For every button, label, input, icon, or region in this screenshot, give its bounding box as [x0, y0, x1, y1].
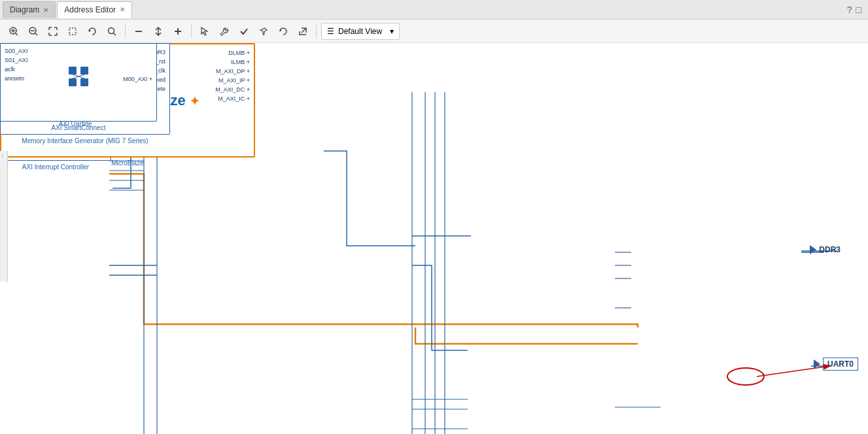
microblaze-title: MicroBlaze — [1, 159, 254, 167]
zoom-out-button[interactable] — [25, 23, 42, 40]
svg-point-49 — [727, 368, 764, 385]
split-button[interactable] — [150, 23, 167, 40]
microblaze-port-m-axi-dp: M_AXI_DP + — [215, 67, 250, 76]
microblaze-port-dlmb: DLMB + — [215, 48, 250, 58]
export-button[interactable] — [294, 23, 311, 40]
diagram-canvas: s_axi_aclk s_axi_aresetn interrupt AXI T… — [0, 43, 868, 434]
svg-point-9 — [109, 27, 114, 33]
toolbar: ☰ Default View ▾ — [0, 20, 868, 43]
search-button[interactable] — [103, 23, 120, 40]
smartconnect-title: AXI SmartConnect — [1, 124, 156, 131]
svg-line-19 — [302, 28, 306, 33]
tab-diagram-label: Diagram — [10, 5, 39, 14]
sep3 — [316, 25, 317, 38]
ddr3-arrow-icon — [810, 245, 816, 254]
microblaze-port-m-axi-ip: M_AXI_IP + — [215, 76, 250, 85]
remove-button[interactable] — [130, 23, 147, 40]
svg-line-3 — [16, 33, 18, 35]
svg-marker-8 — [89, 29, 91, 32]
rotate-button[interactable] — [84, 23, 101, 40]
fit-button[interactable] — [44, 23, 61, 40]
zoom-in-button[interactable] — [5, 23, 22, 40]
view-dropdown-label: Default View — [338, 27, 382, 36]
pointer-button[interactable] — [196, 23, 213, 40]
uart0-arrow-icon — [814, 359, 820, 369]
uart0-label: UART0 — [823, 358, 858, 371]
tab-address-editor-close[interactable]: ✕ — [120, 6, 125, 13]
smartconnect-crossbar-icon — [65, 63, 92, 96]
svg-rect-52 — [69, 78, 77, 86]
microblaze-port-m-axi-ic: M_AXI_IC + — [215, 94, 250, 103]
ddr3-port: DDR3 — [810, 245, 841, 254]
tab-address-editor-label: Address Editor — [64, 5, 116, 14]
microblaze-port-ilmb: ILMB + — [215, 58, 250, 67]
tab-address-editor[interactable]: Address Editor ✕ — [57, 1, 132, 18]
smartconnect-block[interactable]: smartconnect_0 S00_AXI S01_AXI aclk ares… — [0, 43, 157, 122]
help-icon[interactable]: ? — [847, 5, 852, 15]
view-dropdown[interactable]: ☰ Default View ▾ — [321, 23, 400, 40]
uart0-port: UART0 — [814, 358, 858, 371]
maximize-icon[interactable]: □ — [856, 5, 861, 15]
view-dropdown-chevron: ▾ — [390, 27, 394, 36]
svg-rect-53 — [80, 78, 88, 86]
svg-marker-16 — [201, 27, 207, 35]
add-button[interactable] — [169, 23, 186, 40]
refresh-button[interactable] — [275, 23, 292, 40]
svg-line-6 — [35, 33, 37, 35]
tab-bar-right: ? □ — [847, 5, 865, 15]
left-edge-label: ... — [1, 154, 7, 158]
pin-button[interactable] — [255, 23, 272, 40]
svg-rect-50 — [69, 67, 77, 75]
wrench-button[interactable] — [216, 23, 233, 40]
sep2 — [191, 25, 192, 38]
select-button[interactable] — [64, 23, 81, 40]
tab-diagram-close[interactable]: ✕ — [43, 7, 48, 14]
view-dropdown-icon: ☰ — [327, 27, 334, 36]
svg-rect-7 — [69, 28, 76, 35]
microblaze-port-m-axi-dc: M_AXI_DC + — [215, 85, 250, 94]
svg-rect-51 — [80, 67, 88, 75]
mig-title: Memory Interface Generator (MIG 7 Series… — [1, 137, 169, 144]
left-edge-bar: ... — [0, 151, 8, 282]
tab-bar: Diagram ✕ Address Editor ✕ ? □ — [0, 0, 868, 20]
sep1 — [125, 25, 126, 38]
tab-diagram[interactable]: Diagram ✕ — [3, 1, 56, 18]
smartconnect-port-s00-axi: S00_AXI — [5, 46, 152, 56]
ddr3-label: DDR3 — [819, 245, 841, 254]
svg-line-10 — [114, 33, 116, 35]
validate-button[interactable] — [235, 23, 252, 40]
smartconnect-port-m00-axi: M00_AXI + — [123, 75, 152, 84]
